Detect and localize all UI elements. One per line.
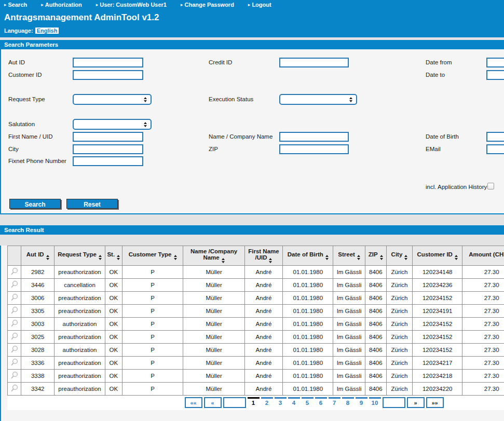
page-link-5[interactable]: 5	[302, 397, 314, 406]
page-link-8[interactable]: 8	[342, 397, 354, 406]
column-header-request-type[interactable]: Request Type	[55, 246, 105, 266]
column-label: Date of Birth	[288, 251, 323, 257]
table-cell: André	[244, 357, 282, 370]
zip-input[interactable]	[279, 144, 349, 154]
page-link-2[interactable]: 2	[261, 397, 273, 406]
row-detail-button[interactable]	[10, 371, 19, 379]
page-link-3[interactable]: 3	[275, 397, 287, 406]
customer-id-label: Customer ID	[8, 72, 42, 78]
table-cell: Müller	[183, 370, 244, 383]
page-jump-input-2[interactable]	[383, 397, 405, 408]
date-to-input[interactable]	[486, 70, 504, 80]
page-link-10[interactable]: 10	[369, 397, 381, 406]
row-detail-button[interactable]	[10, 345, 19, 354]
current-page[interactable]: 1	[248, 397, 260, 406]
result-header-row: Aut IDRequest TypeSt.Customer TypeName /…	[8, 246, 504, 266]
row-detail-button[interactable]	[10, 319, 19, 328]
nav-change-password[interactable]: ▸Change Password	[181, 2, 234, 8]
column-header-zip[interactable]: ZIP	[365, 246, 386, 266]
table-cell: 8406	[365, 344, 386, 357]
email-input[interactable]	[486, 144, 504, 154]
table-cell: OK	[105, 279, 122, 292]
date-from-input[interactable]	[486, 58, 504, 67]
page-link-9[interactable]: 9	[356, 397, 367, 406]
search-result-body: Aut IDRequest TypeSt.Customer TypeName /…	[0, 246, 504, 421]
credit-id-input[interactable]	[279, 58, 349, 67]
aut-id-input[interactable]	[73, 58, 143, 67]
nav-user[interactable]: ▸User: CustomWeb User1	[96, 2, 167, 8]
table-cell: 27.30	[462, 357, 504, 370]
nav-authorization[interactable]: ▸Authorization	[41, 2, 81, 8]
column-header-street[interactable]: Street	[333, 246, 365, 266]
salutation-label: Salutation	[8, 121, 35, 127]
row-detail-button[interactable]	[10, 267, 19, 276]
row-detail-button[interactable]	[10, 332, 19, 341]
column-header-st[interactable]: St.	[105, 246, 122, 266]
triangle-bullet-icon: ▸	[41, 2, 44, 7]
city-input[interactable]	[73, 144, 143, 154]
table-cell: André	[244, 266, 282, 279]
date-of-birth-input[interactable]	[486, 132, 504, 142]
column-header-name-company-name[interactable]: Name /Company Name	[183, 246, 244, 266]
magnifier-icon	[10, 269, 19, 277]
table-cell: Zürich	[386, 266, 412, 279]
column-header-first-name-uid[interactable]: First Name /UID	[244, 246, 282, 266]
aut-id-label: Aut ID	[8, 59, 25, 65]
row-detail-button[interactable]	[10, 293, 19, 302]
row-detail-button[interactable]	[10, 280, 19, 289]
table-cell: 01.01.1980	[283, 318, 333, 331]
result-table: Aut IDRequest TypeSt.Customer TypeName /…	[7, 246, 504, 410]
request-type-select[interactable]	[73, 94, 152, 105]
table-row: 3338preauthorizationOKPMüllerAndré01.01.…	[8, 370, 504, 383]
table-cell: 120234152	[413, 292, 462, 305]
table-cell: Zürich	[386, 292, 412, 305]
nav-logout[interactable]: ▸Logout	[248, 2, 271, 8]
language-english-link[interactable]: English	[35, 28, 59, 34]
table-cell: 8406	[365, 370, 386, 383]
column-header-date-of-birth[interactable]: Date of Birth	[283, 246, 333, 266]
table-cell: André	[244, 370, 282, 383]
table-cell: 8406	[365, 357, 386, 370]
prev-page-button[interactable]: «	[204, 397, 222, 408]
row-detail-cell	[8, 357, 21, 370]
sort-icon	[99, 255, 102, 260]
table-cell: 01.01.1980	[283, 370, 333, 383]
table-cell: André	[244, 344, 282, 357]
reset-button[interactable]: Reset	[66, 199, 118, 209]
fixnet-phone-input[interactable]	[73, 156, 143, 166]
city-label: City	[8, 146, 19, 152]
row-detail-button[interactable]	[10, 358, 19, 366]
table-cell: Zürich	[386, 318, 412, 331]
first-name-uid-input[interactable]	[73, 132, 143, 142]
table-cell: 27.30	[462, 370, 504, 383]
incl-application-history-checkbox[interactable]	[487, 183, 494, 189]
page-jump-input[interactable]	[223, 397, 246, 408]
column-header-aut-id[interactable]: Aut ID	[21, 246, 55, 266]
customer-id-input[interactable]	[73, 70, 143, 80]
table-cell: OK	[105, 266, 122, 279]
page-link-4[interactable]: 4	[288, 397, 300, 406]
first-page-button[interactable]: ««	[185, 397, 202, 408]
search-button[interactable]: Search	[9, 199, 61, 209]
column-header-city[interactable]: City	[386, 246, 412, 266]
row-detail-button[interactable]	[10, 306, 19, 315]
table-cell: P	[122, 344, 183, 357]
pagination-row: «««12345678910»»»	[8, 396, 504, 411]
last-page-button[interactable]: »»	[426, 397, 444, 408]
table-cell: Müller	[183, 292, 244, 305]
column-header-customer-id[interactable]: Customer ID	[413, 246, 462, 266]
table-cell: Müller	[183, 357, 244, 370]
sort-icon	[455, 255, 458, 260]
page-link-7[interactable]: 7	[329, 397, 340, 406]
salutation-select[interactable]	[73, 119, 152, 130]
nav-search[interactable]: ▸Search	[4, 2, 27, 8]
next-page-button[interactable]: »	[407, 397, 425, 408]
date-of-birth-label: Date of Birth	[426, 133, 459, 140]
page-link-6[interactable]: 6	[315, 397, 327, 406]
column-header-amount-chf[interactable]: Amount (CHF)	[462, 246, 504, 266]
execution-status-select[interactable]	[279, 94, 357, 105]
name-company-input[interactable]	[279, 132, 349, 142]
language-label: Language:	[4, 28, 33, 34]
column-header-customer-type[interactable]: Customer Type	[122, 246, 183, 266]
row-detail-button[interactable]	[10, 384, 19, 392]
